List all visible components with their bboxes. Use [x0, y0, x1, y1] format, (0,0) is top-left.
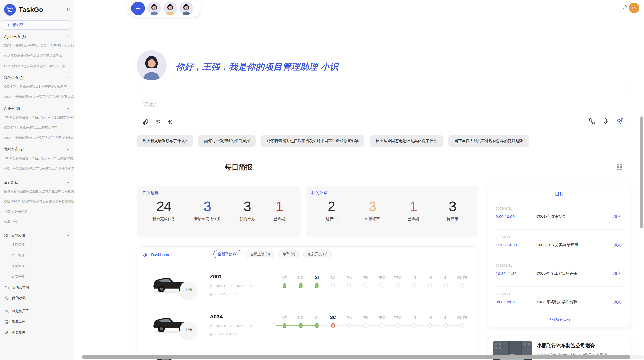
- milestone[interactable]: FEC: [390, 275, 406, 288]
- sidebar-item[interactable]: Z001-全新燃油轻卡产品开发项目SI造型提交物评审: [0, 112, 74, 123]
- join-button[interactable]: 加入: [613, 271, 623, 276]
- milestone[interactable]: MR: [276, 315, 293, 328]
- milestone[interactable]: J1: [438, 275, 454, 288]
- app-item-product-mgmt[interactable]: 产品管理: [0, 250, 74, 261]
- milestone[interactable]: PEC: [373, 315, 390, 328]
- chevron-up-icon[interactable]: [66, 107, 70, 110]
- sidebar-item[interactable]: C0X4-动力总成开发项目SI里程碑提交物检查: [0, 82, 74, 92]
- milestone[interactable]: PR: [357, 315, 374, 328]
- attachment-icon[interactable]: [143, 119, 149, 125]
- add-agent-button[interactable]: [131, 2, 145, 15]
- sidebar-item-ai-super-staff[interactable]: AI超级员工: [0, 306, 74, 317]
- horizontal-scrollbar[interactable]: [82, 355, 630, 359]
- stat-new-done-tasks[interactable]: 24 新增完成任务: [152, 198, 175, 221]
- milestone[interactable]: OKTB: [454, 275, 471, 288]
- stat-new-ai-done-tasks[interactable]: 3 新增AI完成任务: [194, 198, 221, 221]
- sidebar-item-help-me-write[interactable]: 帮我写作: [0, 317, 74, 327]
- project-row[interactable]: 王强 A034 2023-12-19 ~ 2026-01-19 SC-2025-…: [137, 306, 478, 346]
- section-header-my-review[interactable]: 我的评审 (2): [0, 143, 74, 153]
- recent-chat-item[interactable]: 公司Q3轻卡销量: [0, 207, 74, 217]
- chevron-up-icon[interactable]: [66, 181, 70, 184]
- recent-chat-item-view-all[interactable]: 查看全部...: [0, 217, 74, 227]
- suggestion-chip[interactable]: 特朗普可能对进口汽车增税会对中国车企造成哪些影响: [261, 135, 364, 147]
- milestone[interactable]: J1: [438, 315, 454, 328]
- milestone[interactable]: PEC: [373, 275, 390, 288]
- section-header-my-todo[interactable]: 我的待办 (2): [0, 71, 74, 82]
- milestone[interactable]: LS: [422, 275, 438, 288]
- agent-avatar[interactable]: [179, 2, 193, 15]
- new-chat-button[interactable]: 新对话: [3, 20, 71, 30]
- sidebar-item[interactable]: A034-全新新能源MUV产品开发项目法规符合性评审: [0, 133, 74, 143]
- view-all-schedule-link[interactable]: 查看所有日程: [488, 317, 631, 322]
- suggestion-chip[interactable]: 比亚迪全固态电池计划具体说了什么: [370, 135, 443, 147]
- milestone[interactable]: SC: [325, 275, 341, 288]
- milestone[interactable]: KO: [293, 275, 309, 288]
- milestone[interactable]: KO: [293, 315, 309, 328]
- tab-new-platform[interactable]: 全新平台 (4): [213, 250, 242, 258]
- stat-in-progress[interactable]: 2 进行中: [326, 198, 337, 221]
- milestone[interactable]: OKTB: [454, 315, 471, 328]
- app-item-project-mgmt[interactable]: 项目管理: [0, 239, 74, 250]
- milestone[interactable]: LR: [406, 315, 422, 328]
- stat-pending-review[interactable]: 3 待评审: [447, 198, 458, 221]
- microphone-icon[interactable]: [603, 118, 609, 124]
- milestone[interactable]: SC: [325, 315, 341, 328]
- project-row[interactable]: 王强 Z001 2023-12-19 ~ 2027-01-19 SI-2025-…: [137, 266, 478, 306]
- join-button[interactable]: 加入: [613, 243, 623, 247]
- image-upload-icon[interactable]: [155, 119, 161, 125]
- milestone[interactable]: SI: [309, 275, 325, 288]
- section-header-agent-done[interactable]: Agent已办 (3): [0, 30, 74, 41]
- stat-overdue[interactable]: 1 已逾期: [274, 198, 285, 221]
- milestone[interactable]: LS: [422, 315, 438, 328]
- recent-chat-item[interactable]: C02-飞腾新能源轻客改款项目的闭环通告反馈情况: [0, 197, 74, 207]
- sidebar-item[interactable]: A034-全新新能源MUV产品开发项目计划变更表编写: [0, 92, 74, 102]
- sidebar-item-my-apps[interactable]: 我的应用: [0, 229, 74, 239]
- milestone[interactable]: PR: [357, 275, 374, 288]
- sidebar-item[interactable]: Z001-全新燃油轻卡产品开发项目SI节点属性5D文件评审: [0, 153, 74, 163]
- chevron-up-icon[interactable]: [66, 76, 70, 80]
- chat-input[interactable]: [143, 102, 525, 107]
- suggestion-chip[interactable]: 如何写一份清晰的项目周报: [198, 135, 256, 147]
- sidebar-item[interactable]: A034-全新新能源MUV产品开发项目造型可行性评审: [0, 163, 74, 174]
- tab-powertrain[interactable]: 动总开发 (1): [303, 250, 332, 258]
- app-item-change-mgmt[interactable]: 变更管理: [0, 261, 74, 272]
- send-icon[interactable]: [616, 118, 623, 125]
- milestone[interactable]: MR: [276, 275, 293, 288]
- milestone[interactable]: PA: [341, 315, 357, 328]
- app-item-view-all[interactable]: 查看全部...: [0, 272, 74, 282]
- user-avatar[interactable]: 王强: [629, 3, 639, 13]
- sidebar-item-favorites[interactable]: 我的收藏: [0, 293, 74, 304]
- milestone[interactable]: FEC: [390, 315, 406, 328]
- sidebar-item[interactable]: Z001-全新燃油皮卡产品开发项目SI节点Lesson Learn报告: [0, 41, 74, 51]
- milestone[interactable]: SI: [309, 315, 325, 328]
- sidebar-item[interactable]: C02-飞腾新能源轻客改款项目里程碑画布: [0, 51, 74, 61]
- agent-avatar[interactable]: [163, 2, 177, 15]
- sidebar-collapse-icon[interactable]: [65, 7, 70, 12]
- agent-avatar[interactable]: [147, 2, 161, 15]
- section-header-ai-review[interactable]: AI评审 (3): [0, 102, 74, 112]
- milestone[interactable]: PA: [341, 275, 357, 288]
- voice-call-icon[interactable]: [589, 118, 595, 124]
- sidebar-item-cloud-space[interactable]: 我的云空间: [0, 282, 74, 293]
- stat-review-overdue[interactable]: 1 已逾期: [408, 198, 419, 221]
- section-header-recent-chats[interactable]: 最近对话: [0, 176, 74, 186]
- recent-chat-item[interactable]: 解释最新出台的欧盟报废车法规再生塑料比例被调至15%...: [0, 186, 74, 197]
- briefing-layout-icon[interactable]: [616, 164, 623, 170]
- tab-new-body[interactable]: 全新上装 (3): [246, 250, 274, 258]
- suggestion-chip[interactable]: 欧洲新规最近颁布了什么?: [137, 135, 193, 147]
- join-button[interactable]: 加入: [613, 214, 623, 219]
- sidebar-item[interactable]: C0X4-动力总成开发项目工程变更评审: [0, 123, 74, 133]
- suggestion-chip[interactable]: 当下年轻人对汽车外观有怎样的喜好趋势: [448, 135, 529, 147]
- vertical-scrollbar[interactable]: [640, 116, 643, 228]
- sidebar-item-creative-drawing[interactable]: 创意制图: [0, 327, 74, 338]
- tab-model-year[interactable]: 年型 (2): [278, 250, 300, 258]
- stat-my-todo[interactable]: 3 我的待办: [240, 198, 255, 221]
- chevron-up-icon[interactable]: [66, 148, 70, 151]
- sidebar-item[interactable]: C02-飞腾新能源轻客改款项目立项汇报方案: [0, 61, 74, 71]
- milestone[interactable]: LR: [406, 275, 422, 288]
- screenshot-scissors-icon[interactable]: [167, 119, 173, 125]
- chevron-up-icon[interactable]: [66, 234, 70, 237]
- chevron-up-icon[interactable]: [66, 35, 70, 39]
- join-button[interactable]: 加入: [613, 299, 623, 304]
- notification-bell-icon[interactable]: [623, 5, 628, 11]
